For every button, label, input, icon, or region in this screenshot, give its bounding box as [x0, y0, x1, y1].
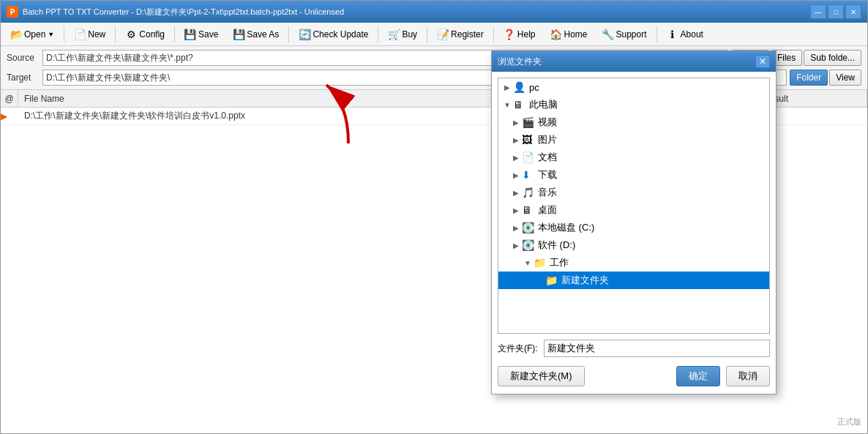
videos-expander-icon: ▶: [510, 119, 522, 127]
tree-node-pictures[interactable]: ▶ 🖼 图片: [498, 131, 769, 149]
dialog-close-button[interactable]: ✕: [755, 55, 770, 68]
drive-d-label: 软件 (D:): [538, 239, 575, 252]
menu-sep-8: [656, 26, 657, 42]
menu-sep-6: [427, 26, 427, 42]
menu-config-label: Config: [139, 29, 165, 40]
dialog-title-bar: 浏览文件夹 ✕: [492, 51, 776, 72]
menu-sep-5: [378, 26, 378, 42]
minimize-button[interactable]: —: [810, 4, 826, 19]
title-controls: — □ ✕: [810, 4, 861, 19]
target-buttons: Folder View: [790, 70, 861, 86]
work-folder-icon: 📁: [534, 257, 547, 269]
tree-node-work[interactable]: ▼ 📁 工作: [498, 254, 769, 272]
config-icon: ⚙: [125, 29, 137, 40]
app-icon: P: [7, 6, 18, 18]
tree-node-videos[interactable]: ▶ 🎬 视频: [498, 113, 769, 131]
drive-c-label: 本地磁盘 (C:): [538, 221, 594, 234]
tree-node-pc[interactable]: ▶ 👤 pc: [498, 78, 769, 96]
menu-save-as-label: Save As: [247, 29, 279, 40]
title-bar: P Batch PPT TO TXT Converter - D:\新建文件夹\…: [1, 1, 867, 23]
documents-icon: 📄: [522, 151, 535, 163]
folder-name-input[interactable]: [544, 340, 770, 357]
maximize-button[interactable]: □: [828, 4, 844, 19]
cancel-button[interactable]: 取消: [726, 366, 770, 386]
new-folder-label: 新建文件夹: [561, 274, 609, 287]
menu-save[interactable]: 💾 Save: [178, 25, 225, 44]
music-expander-icon: ▶: [510, 189, 522, 197]
save-as-icon: 💾: [233, 29, 244, 40]
home-icon: 🏠: [550, 29, 561, 40]
videos-icon: 🎬: [522, 116, 535, 128]
menu-help-label: Help: [517, 29, 536, 40]
menu-new[interactable]: 📄 New: [67, 25, 112, 44]
dialog-title-text: 浏览文件夹: [498, 56, 542, 68]
menu-save-as[interactable]: 💾 Save As: [226, 25, 285, 44]
desktop-icon: 🖥: [522, 204, 535, 216]
drive-d-icon: 💽: [522, 239, 535, 251]
buy-icon: 🛒: [388, 29, 400, 40]
menu-check-update-label: Check Update: [313, 29, 368, 40]
help-icon: ❓: [504, 29, 515, 40]
check-update-icon: 🔄: [299, 29, 310, 40]
menu-support-label: Support: [616, 29, 647, 40]
menu-support[interactable]: 🔧 Support: [596, 25, 654, 44]
music-icon: 🎵: [522, 187, 535, 198]
menu-open[interactable]: 📂 Open ▼: [4, 25, 61, 44]
menu-about-label: About: [681, 29, 703, 40]
browse-dialog: 浏览文件夹 ✕ ▶ 👤 pc ▼ 🖥 此电脑 ▶ 🎬 视频: [491, 50, 777, 394]
menu-save-label: Save: [198, 29, 218, 40]
pictures-icon: 🖼: [522, 134, 535, 146]
new-icon: 📄: [74, 29, 86, 40]
pc-label: pc: [529, 82, 539, 93]
target-view-button[interactable]: View: [829, 70, 861, 86]
pictures-label: 图片: [538, 133, 557, 146]
dialog-footer: 新建文件夹(M) 确定 取消: [498, 363, 770, 388]
pc-expander-icon: ▶: [501, 83, 513, 91]
title-bar-left: P Batch PPT TO TXT Converter - D:\新建文件夹\…: [7, 6, 344, 18]
menu-bar: 📂 Open ▼ 📄 New ⚙ Config 💾 Save 💾 Save As…: [1, 23, 867, 46]
tree-node-documents[interactable]: ▶ 📄 文档: [498, 149, 769, 166]
close-button[interactable]: ✕: [845, 4, 861, 19]
menu-help[interactable]: ❓ Help: [497, 25, 542, 44]
tree-node-drive-d[interactable]: ▶ 💽 软件 (D:): [498, 236, 769, 254]
ok-button[interactable]: 确定: [676, 366, 720, 386]
menu-sep-3: [174, 26, 175, 42]
menu-config[interactable]: ⚙ Config: [119, 25, 171, 44]
tree-node-desktop[interactable]: ▶ 🖥 桌面: [498, 201, 769, 219]
menu-sep-7: [493, 26, 494, 42]
menu-buy[interactable]: 🛒 Buy: [381, 25, 424, 44]
downloads-label: 下载: [538, 168, 557, 182]
tree-node-downloads[interactable]: ▶ ⬇ 下载: [498, 166, 769, 184]
menu-check-update[interactable]: 🔄 Check Update: [292, 25, 375, 44]
downloads-icon: ⬇: [522, 169, 535, 181]
source-subfolder-button[interactable]: Sub folde...: [804, 50, 861, 66]
this-pc-icon: 🖥: [513, 99, 526, 111]
folder-name-row: 文件夹(F):: [498, 340, 770, 357]
new-folder-button[interactable]: 新建文件夹(M): [498, 366, 585, 386]
menu-home-label: Home: [564, 29, 587, 40]
drive-c-icon: 💽: [522, 222, 535, 233]
about-icon: ℹ: [667, 29, 678, 40]
menu-new-label: New: [88, 29, 105, 40]
dialog-footer-right: 确定 取消: [676, 366, 770, 386]
main-window: P Batch PPT TO TXT Converter - D:\新建文件夹\…: [0, 0, 868, 434]
menu-about[interactable]: ℹ About: [660, 25, 710, 44]
folder-name-label: 文件夹(F):: [498, 343, 538, 355]
title-text: Batch PPT TO TXT Converter - D:\新建文件夹\Pp…: [23, 7, 344, 18]
menu-register[interactable]: 📝 Register: [430, 25, 490, 44]
file-expand-icon: ▶: [1, 111, 18, 121]
menu-sep-4: [288, 26, 289, 42]
tree-node-drive-c[interactable]: ▶ 💽 本地磁盘 (C:): [498, 219, 769, 236]
tree-node-this-pc[interactable]: ▼ 🖥 此电脑: [498, 96, 769, 113]
videos-label: 视频: [538, 116, 557, 129]
folder-tree[interactable]: ▶ 👤 pc ▼ 🖥 此电脑 ▶ 🎬 视频 ▶ 🖼 图片: [498, 78, 770, 334]
target-folder-button[interactable]: Folder: [790, 70, 828, 86]
menu-buy-label: Buy: [402, 29, 417, 40]
menu-home[interactable]: 🏠 Home: [543, 25, 594, 44]
tree-node-new-folder[interactable]: 📁 新建文件夹: [498, 272, 769, 289]
tree-node-music[interactable]: ▶ 🎵 音乐: [498, 184, 769, 201]
dialog-body: ▶ 👤 pc ▼ 🖥 此电脑 ▶ 🎬 视频 ▶ 🖼 图片: [492, 72, 776, 394]
downloads-expander-icon: ▶: [510, 171, 522, 179]
documents-expander-icon: ▶: [510, 154, 522, 162]
new-folder-icon: 📁: [545, 274, 558, 286]
